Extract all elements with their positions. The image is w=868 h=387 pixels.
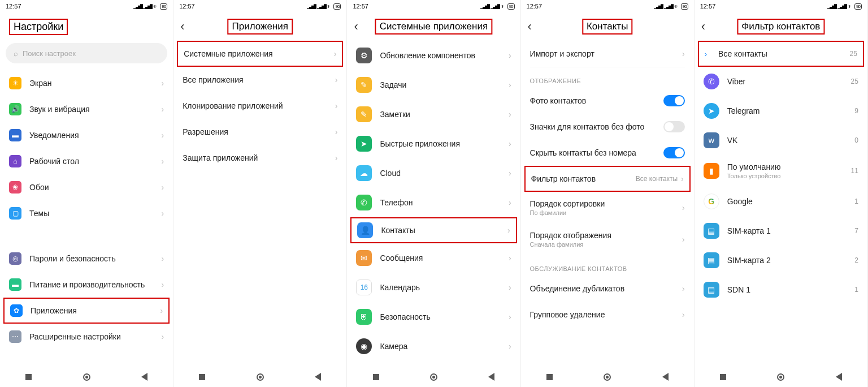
filter-row[interactable]: ✆Viber25: [695, 67, 867, 96]
settings-row[interactable]: ▢ Темы›: [0, 200, 173, 226]
nav-home[interactable]: [83, 373, 90, 381]
row-label: Сообщения: [380, 253, 509, 263]
nav-recent[interactable]: [373, 374, 379, 380]
page-title: Фильтр контактов: [737, 19, 824, 35]
back-button[interactable]: ‹: [354, 19, 367, 34]
filter-row[interactable]: ▤SIM-карта 22: [695, 246, 867, 275]
app-icon: ✎: [356, 106, 372, 122]
system-app-row[interactable]: ☁Cloud›: [347, 158, 520, 188]
nav-back[interactable]: [836, 373, 842, 381]
row-label: Viber: [727, 77, 851, 86]
chevron-right-icon: ›: [509, 312, 511, 321]
nav-back[interactable]: [141, 373, 147, 381]
apps-row[interactable]: Разрешения›: [173, 119, 346, 145]
system-app-row[interactable]: ⛨Безопасность›: [347, 302, 520, 332]
app-icon: ⚙: [356, 48, 372, 63]
settings-row[interactable]: ▬ Питание и производительность›: [0, 272, 173, 298]
search-input[interactable]: ⌕ Поиск настроек: [6, 43, 167, 63]
nav-recent[interactable]: [546, 374, 553, 380]
row-count: 1: [854, 286, 858, 294]
display-row[interactable]: Скрыть контакты без номера: [521, 140, 694, 166]
maint-row[interactable]: Объединение дубликатов›: [521, 276, 694, 302]
system-app-row[interactable]: ✆Телефон›: [347, 188, 520, 217]
display-row[interactable]: Порядок сортировкиПо фамилии›: [521, 192, 694, 223]
maint-row[interactable]: Групповое удаление›: [521, 302, 694, 328]
settings-row[interactable]: ❀ Обои›: [0, 174, 173, 200]
row-count: 1: [854, 197, 858, 205]
nav-home[interactable]: [257, 373, 264, 381]
settings-row[interactable]: ▬ Уведомления›: [0, 122, 173, 148]
app-icon: ☁: [356, 165, 372, 181]
row-count: 9: [854, 107, 858, 115]
toggle[interactable]: [663, 95, 685, 106]
nav-back[interactable]: [488, 373, 494, 381]
display-row[interactable]: Значки для контактов без фото: [521, 114, 694, 140]
filter-row[interactable]: GGoogle1: [695, 187, 867, 216]
nav-home[interactable]: [604, 373, 611, 381]
row-sublabel: По фамилии: [530, 209, 683, 216]
status-icons: ▁▃▅▇ ▁▃▅▇ ᯤ 90: [307, 3, 341, 10]
nav-back[interactable]: [662, 373, 669, 381]
settings-row[interactable]: 🔊 Звук и вибрация›: [0, 96, 173, 122]
apps-row[interactable]: Клонирование приложений›: [173, 93, 346, 119]
system-app-row[interactable]: ✎Задачи›: [347, 70, 520, 100]
app-icon: ✎: [356, 77, 372, 93]
settings-row[interactable]: ◎ Пароли и безопасность›: [0, 246, 173, 272]
filter-row[interactable]: ▤SDN 11: [695, 275, 867, 304]
display-row[interactable]: Фото контактов: [521, 88, 694, 114]
system-app-row[interactable]: 👤Контакты›: [351, 218, 515, 242]
row-label: Контакты: [381, 226, 507, 235]
nav-back[interactable]: [315, 373, 321, 381]
chevron-right-icon: ›: [162, 105, 164, 114]
search-placeholder: Поиск настроек: [23, 49, 76, 58]
status-icons: ▁▃▅▇ ▁▃▅▇ ᯤ 90: [480, 3, 514, 10]
system-app-row[interactable]: ✉Сообщения›: [347, 243, 520, 273]
toggle[interactable]: [663, 147, 685, 158]
filter-row[interactable]: ➤Telegram9: [695, 96, 867, 126]
row-label: Telegram: [727, 106, 855, 115]
chevron-right-icon: ›: [162, 209, 164, 218]
display-row[interactable]: Фильтр контактовВсе контакты›: [526, 167, 689, 191]
apps-row[interactable]: Все приложения›: [173, 67, 346, 93]
settings-list: ☀ Экран› 🔊 Звук и вибрация› ▬ Уведомлени…: [0, 70, 173, 367]
nav-home[interactable]: [777, 373, 784, 381]
apps-row[interactable]: Системные приложения›: [178, 42, 342, 66]
status-bar: 12:57 ▁▃▅▇ ▁▃▅▇ ᯤ 90: [695, 0, 867, 12]
row-sublabel: Сначала фамилия: [530, 241, 683, 248]
import-export-row[interactable]: Импорт и экспорт›: [521, 41, 694, 67]
header: Настройки: [0, 12, 173, 41]
display-row[interactable]: Порядок отображенияСначала фамилия›: [521, 223, 694, 255]
nav-recent[interactable]: [720, 374, 726, 380]
toggle[interactable]: [663, 121, 685, 132]
account-icon: ▤: [704, 282, 719, 298]
nav-recent[interactable]: [199, 374, 205, 380]
highlighted-row: ›Все контакты25: [698, 41, 864, 67]
system-app-row[interactable]: ✎Заметки›: [347, 100, 520, 129]
back-button[interactable]: ‹: [180, 19, 194, 34]
settings-row[interactable]: ☀ Экран›: [0, 70, 173, 96]
filter-row[interactable]: ▮По умолчаниюТолько устройство11: [695, 155, 867, 187]
row-label: Cloud: [380, 169, 509, 178]
settings-row[interactable]: ⌂ Рабочий стол›: [0, 148, 173, 174]
system-app-row[interactable]: 16Календарь›: [347, 273, 520, 302]
system-app-row[interactable]: ⚙Обновление компонентов›: [347, 41, 520, 70]
row-label: Темы: [29, 209, 162, 218]
apps-row[interactable]: Защита приложений›: [173, 145, 346, 171]
back-button[interactable]: ‹: [528, 19, 541, 34]
row-label: Заметки: [380, 110, 509, 119]
filter-row[interactable]: wVK0: [695, 126, 867, 155]
system-app-row[interactable]: ➤Быстрые приложения›: [347, 129, 520, 158]
nav-recent[interactable]: [25, 374, 32, 380]
row-label: Скрыть контакты без номера: [530, 148, 663, 157]
row-label: Расширенные настройки: [29, 332, 162, 341]
row-label: По умолчанию: [727, 162, 851, 171]
back-button[interactable]: ‹: [701, 19, 715, 34]
filter-row[interactable]: ›Все контакты25: [699, 42, 863, 66]
row-label: Фильтр контактов: [531, 174, 636, 183]
system-app-row[interactable]: ◉Камера›: [347, 332, 520, 361]
filter-row[interactable]: ▤SIM-карта 17: [695, 216, 867, 246]
settings-row[interactable]: ⋯ Расширенные настройки›: [0, 324, 173, 350]
row-label: Телефон: [380, 198, 509, 207]
nav-home[interactable]: [430, 373, 437, 381]
settings-row[interactable]: ✿ Приложения›: [5, 299, 168, 322]
